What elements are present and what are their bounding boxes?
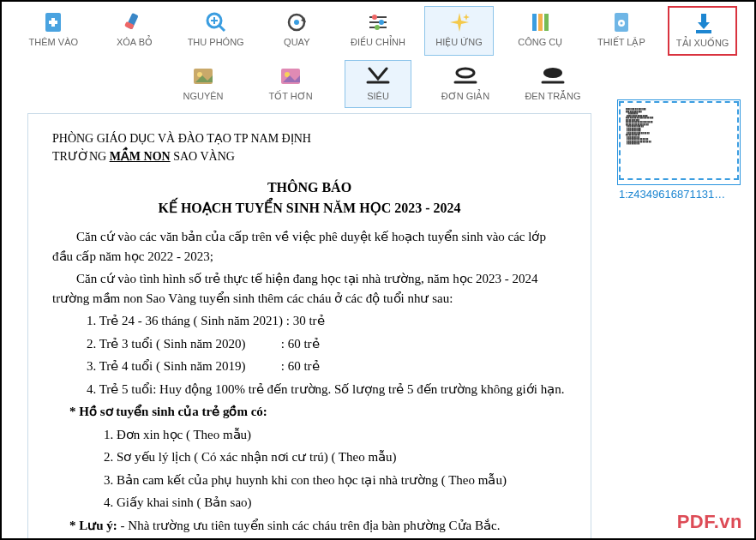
doc-hs1: 1. Đơn xin học ( Theo mẫu) [104,425,567,445]
svg-point-38 [544,69,561,77]
svg-marker-19 [463,14,470,21]
doc-header2-u: MẦM NON [110,150,171,163]
document-page[interactable]: PHÒNG GIÁO DỤC VÀ ĐÀO TẠO TP NAM ĐỊNH TR… [27,113,591,538]
doc-header2-pre: TRƯỜNG [52,150,110,163]
doc-li2: 2. Trẻ 3 tuổi ( Sinh năm 2020) : 60 trẻ [87,334,567,354]
svg-point-17 [375,25,380,30]
scanner-simple-icon [453,64,477,88]
doc-header-line2: TRƯỜNG MẦM NON SAO VÀNG [52,147,567,165]
doc-hs-title: * Hồ sơ tuyển sinh của trẻ gồm có: [69,402,567,422]
magnifier-plus-icon [204,10,228,34]
setup-button[interactable]: THIẾT LẬP [587,6,657,56]
page-thumbnail-wrapper[interactable]: ████ ███ ██ ███ ██████ ███ ███ ███ █████… [617,99,741,185]
svg-marker-27 [698,22,710,29]
doc-hs4: 4. Giấy khai sinh ( Bản sao) [104,493,567,513]
download-label: TẢI XUỐNG [676,38,729,49]
doc-note1: - Nhà trường ưu tiên tuyển sinh các cháu… [117,519,501,532]
eraser-icon [123,10,147,34]
zoom-label: THU PHÓNG [188,37,244,47]
svg-rect-22 [544,14,549,31]
svg-rect-28 [696,30,711,33]
doc-note-line: * Lưu ý: - Nhà trường ưu tiên tuyển sinh… [69,516,567,536]
doc-title1: THÔNG BÁO [52,177,567,198]
doc-li3: 3. Trẻ 4 tuổi ( Sinh năm 2019) : 60 trẻ [87,357,567,376]
rotate-label: QUAY [284,37,309,47]
doc-hs3: 3. Bản cam kết của phụ huynh khi con the… [104,471,567,490]
gear-page-icon [609,10,633,34]
sliders-icon [366,10,390,34]
page-thumbnail[interactable]: ████ ███ ██ ███ ██████ ███ ███ ███ █████… [619,101,739,180]
doc-hs2: 2. Sơ yếu lý lịch ( Có xác nhận nơi cư t… [104,447,567,467]
doc-title-block: THÔNG BÁO KẾ HOẠCH TUYỂN SINH NĂM HỌC 20… [52,177,567,219]
doc-p1: Căn cứ vào các văn bản của cấp trên về v… [52,227,567,266]
main-toolbar: THÊM VÀO XÓA BỎ THU PHÓNG QUAY [2,2,754,111]
main-area: PHÒNG GIÁO DỤC VÀ ĐÀO TẠO TP NAM ĐỊNH TR… [2,96,754,538]
rotate-button[interactable]: QUAY [262,6,332,56]
svg-point-11 [294,20,299,25]
zoom-button[interactable]: THU PHÓNG [181,6,250,56]
page-sidebar: ████ ███ ██ ███ ██████ ███ ███ ███ █████… [617,96,754,538]
tools-label: CÔNG CỤ [518,37,562,48]
doc-header: PHÒNG GIÁO DỤC VÀ ĐÀO TẠO TP NAM ĐỊNH TR… [52,129,567,165]
svg-rect-21 [538,14,543,31]
adjust-button[interactable]: ĐIỀU CHỈNH [344,6,413,56]
remove-button[interactable]: XÓA BỎ [100,6,170,56]
effects-button[interactable]: HIỆU ỨNG [424,6,494,56]
plus-page-icon [41,10,65,34]
toolbar-row-primary: THÊM VÀO XÓA BỎ THU PHÓNG QUAY [2,2,754,56]
sparkle-icon [447,10,471,34]
scanner-icon [366,64,390,88]
svg-rect-26 [701,14,706,22]
doc-title2: KẾ HOẠCH TUYỂN SINH NĂM HỌC 2023 - 2024 [52,198,567,219]
doc-note-label: * Lưu ý: [69,519,117,532]
svg-point-13 [372,15,377,20]
doc-li4: 4. Trẻ 5 tuổi: Huy động 100% trẻ đến trư… [87,380,567,399]
download-icon [691,11,715,35]
svg-point-25 [620,22,622,25]
doc-header-line1: PHÒNG GIÁO DỤC VÀ ĐÀO TẠO TP NAM ĐỊNH [52,129,567,147]
svg-point-15 [379,20,384,25]
doc-li1: 1. Trẻ 24 - 36 tháng ( Sinh năm 2021) : … [87,311,567,331]
remove-label: XÓA BỎ [117,37,153,48]
rotate-icon [285,10,309,34]
tools-icon [528,10,552,34]
setup-label: THIẾT LẬP [597,37,645,48]
watermark: PDF.vn [677,511,742,533]
tools-button[interactable]: CÔNG CỤ [506,6,575,56]
doc-p2: Căn cứ vào tình hình số trẻ thực tế hiện… [52,269,567,308]
adjust-label: ĐIỀU CHỈNH [351,37,405,48]
document-area: PHÒNG GIÁO DỤC VÀ ĐÀO TẠO TP NAM ĐỊNH TR… [2,96,617,538]
image-icon [191,64,215,88]
image-enhanced-icon [279,64,303,88]
svg-rect-2 [49,21,57,24]
scanner-bw-icon [541,64,565,88]
svg-point-36 [457,69,474,77]
svg-rect-20 [532,14,537,31]
svg-line-6 [219,26,225,31]
doc-header2-post: SAO VÀNG [171,150,235,163]
add-button[interactable]: THÊM VÀO [19,6,88,56]
add-label: THÊM VÀO [29,37,78,47]
download-button[interactable]: TẢI XUỐNG [668,6,737,56]
thumbnail-label: 1:z4349616871131… [619,188,739,201]
thumbnail-preview: ████ ███ ██ ███ ██████ ███ ███ ███ █████… [626,108,732,145]
effects-label: HIỆU ỨNG [435,37,483,48]
